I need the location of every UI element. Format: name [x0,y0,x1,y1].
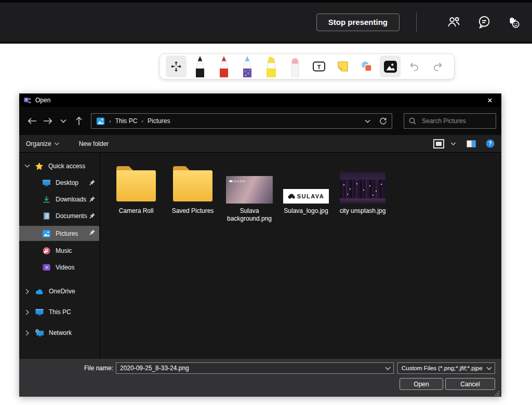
file-tile-saved-pictures[interactable]: Saved Pictures [168,160,218,215]
highlighter-icon[interactable] [261,56,282,77]
sidebar-item-documents[interactable]: Documents [19,209,99,223]
shapes-tool[interactable] [356,56,377,77]
move-tool[interactable] [166,56,187,77]
chevron-down-icon [486,367,492,370]
participants-icon[interactable] [446,15,461,30]
svg-text:T: T [25,98,28,102]
undo-icon[interactable] [404,56,424,77]
refresh-icon[interactable] [379,117,387,125]
sidebar-item-quick-access[interactable]: Quick access [19,159,99,173]
file-tile-sulava-background[interactable]: SULAVA Sulava background.png [224,160,274,223]
breadcrumb-pictures[interactable]: Pictures [148,117,170,125]
folder-icon [113,162,159,204]
search-box [404,113,496,129]
views-chevron-icon[interactable] [451,142,456,145]
close-icon[interactable]: ✕ [478,93,501,107]
sidebar-item-onedrive[interactable]: OneDrive [19,285,99,298]
onedrive-icon [35,288,44,295]
dialog-command-bar: Organize New folder ? [19,135,501,153]
address-bar[interactable]: › This PC › Pictures [91,113,392,129]
views-icon[interactable] [433,139,444,148]
file-name-history-chevron-icon[interactable] [383,363,392,373]
chevron-right-icon [24,330,30,336]
pin-icon [89,196,96,203]
file-tile-camera-roll[interactable]: Camera Roll [111,160,161,215]
search-icon [409,117,416,125]
galaxy-pen-icon[interactable] [237,56,258,77]
organize-button[interactable]: Organize [26,140,59,147]
image-thumbnail [340,172,385,204]
sidebar-item-videos[interactable]: Videos [19,261,99,274]
insert-image-tool[interactable] [380,56,401,77]
resize-grip[interactable] [495,390,500,396]
sticky-note-icon[interactable] [332,56,353,77]
forward-icon[interactable] [40,113,56,129]
file-tile-sulava-logo[interactable]: SULAVA Sulava_logo.jpg [281,160,331,215]
file-type-select[interactable]: Custom Files (*.png;*.jfif;*.pjpe [397,362,495,374]
pin-icon [89,212,96,219]
folder-icon [170,162,216,204]
meeting-top-bar: Stop presenting [0,0,532,44]
this-pc-icon [35,308,44,316]
new-folder-button[interactable]: New folder [79,140,109,147]
open-dialog: T Open ✕ › This PC › Pictur [19,93,501,396]
black-pen-icon[interactable] [190,56,210,77]
sidebar-item-desktop[interactable]: Desktop [19,176,99,190]
videos-icon [42,263,51,272]
documents-icon [42,212,51,220]
file-name-input[interactable] [116,362,394,374]
dialog-footer: File name: Custom Files (*.png;*.jfif;*.… [19,359,501,397]
sidebar-item-this-pc[interactable]: This PC [19,305,99,319]
file-tile-city-unsplash[interactable]: city unsplash.jpg [338,160,388,215]
preview-pane-icon[interactable] [467,140,476,147]
help-icon[interactable]: ? [486,139,495,148]
recent-locations-chevron-icon[interactable] [56,113,71,129]
sidebar-item-music[interactable]: Music [19,244,99,258]
up-icon[interactable] [71,113,87,129]
navigation-pane: Quick access Desktop Downloads [19,153,100,359]
dialog-title-bar: T Open ✕ [19,93,501,107]
chevron-right-icon [24,289,30,294]
toolbar-divider [416,12,417,32]
reactions-icon[interactable] [506,15,522,30]
image-thumbnail: SULAVA [226,176,273,204]
svg-text:?: ? [488,140,491,146]
music-icon [42,247,51,255]
search-input[interactable] [421,117,491,125]
network-icon [35,329,44,337]
file-name-label: File name: [19,365,113,372]
sidebar-item-pictures[interactable]: Pictures [19,226,99,241]
dialog-title: Open [35,97,50,104]
eraser-icon[interactable] [285,56,305,77]
desktop-icon [42,179,51,187]
pictures-icon [42,230,51,238]
annotation-toolbar: T [159,53,455,79]
redo-icon[interactable] [428,56,448,77]
cancel-button[interactable]: Cancel [445,378,495,390]
downloads-icon [42,195,51,204]
breadcrumb-this-pc[interactable]: This PC [115,117,138,125]
teams-icon: T [23,96,32,104]
star-icon [35,162,44,170]
chevron-down-icon [55,142,59,145]
red-pen-icon[interactable] [214,56,234,77]
pin-icon [89,229,96,236]
chevron-right-icon [24,309,30,315]
file-list: Camera Roll Saved Pictures SULAVA [100,153,501,359]
stop-presenting-button[interactable]: Stop presenting [316,14,400,31]
back-icon[interactable] [24,113,40,129]
pictures-icon [96,117,105,126]
sidebar-item-network[interactable]: Network [19,326,99,340]
open-button[interactable]: Open [400,378,443,390]
text-tool[interactable]: T [309,56,329,77]
svg-text:T: T [317,64,321,70]
sidebar-item-downloads[interactable]: Downloads [19,193,99,206]
chevron-down-icon [24,164,30,168]
address-dropdown-chevron-icon[interactable] [365,119,370,123]
chat-icon[interactable] [476,15,491,30]
dialog-nav-bar: › This PC › Pictures [19,107,501,135]
pin-icon [89,179,96,186]
image-thumbnail: SULAVA [283,189,329,204]
